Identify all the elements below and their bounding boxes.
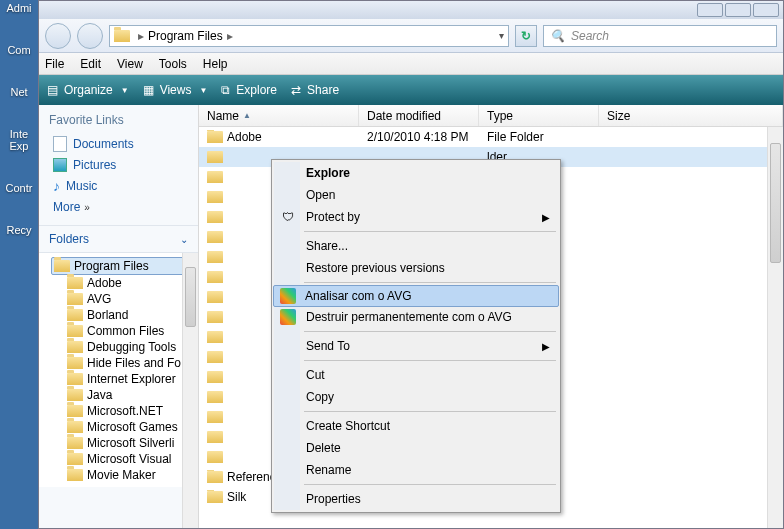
tree-item[interactable]: AVG — [51, 291, 198, 307]
tree-label: Adobe — [87, 276, 122, 290]
context-item[interactable]: Cut — [274, 364, 558, 386]
main-scrollbar[interactable] — [767, 127, 783, 528]
desktop-icon[interactable]: Com — [0, 44, 38, 56]
table-row[interactable]: Adobe2/10/2010 4:18 PMFile Folder — [199, 127, 783, 147]
menu-view[interactable]: View — [117, 57, 143, 71]
folder-icon — [207, 451, 223, 463]
views-icon: ▦ — [143, 83, 154, 97]
context-item[interactable]: Share... — [274, 235, 558, 257]
file-date: 2/10/2010 4:18 PM — [359, 130, 479, 144]
folders-header[interactable]: Folders ⌄ — [39, 226, 198, 253]
breadcrumb-segment[interactable]: Program Files — [148, 29, 223, 43]
chevron-down-icon: » — [84, 202, 90, 213]
tree-item[interactable]: Java — [51, 387, 198, 403]
menu-tools[interactable]: Tools — [159, 57, 187, 71]
fav-music[interactable]: ♪Music — [49, 175, 188, 197]
views-label: Views — [160, 83, 192, 97]
close-button[interactable] — [753, 3, 779, 17]
tree-label: Program Files — [74, 259, 149, 273]
desktop-icon[interactable]: Inte Exp — [0, 128, 38, 152]
col-type[interactable]: Type — [479, 105, 599, 126]
desktop-icon[interactable]: Contr — [0, 182, 38, 194]
tree-item[interactable]: Hide Files and Fo — [51, 355, 198, 371]
context-label: Send To — [306, 339, 350, 353]
folder-icon — [67, 437, 83, 449]
tree-item[interactable]: Microsoft.NET — [51, 403, 198, 419]
context-item[interactable]: 🛡Protect by▶ — [274, 206, 558, 228]
context-label: Properties — [306, 492, 361, 506]
context-label: Open — [306, 188, 335, 202]
views-button[interactable]: ▦ Views ▼ — [143, 83, 208, 97]
scroll-thumb[interactable] — [185, 267, 196, 327]
tree-item[interactable]: Movie Maker — [51, 467, 198, 483]
context-item[interactable]: Rename — [274, 459, 558, 481]
context-label: Rename — [306, 463, 351, 477]
context-item[interactable]: Properties — [274, 488, 558, 510]
explore-button[interactable]: ⧉ Explore — [221, 83, 277, 97]
folder-icon — [207, 491, 223, 503]
avg-icon — [280, 309, 296, 325]
breadcrumb-sep: ▸ — [138, 29, 144, 43]
context-item[interactable]: Send To▶ — [274, 335, 558, 357]
search-box[interactable]: 🔍 Search — [543, 25, 777, 47]
tree-root[interactable]: Program Files — [51, 257, 198, 275]
forward-button[interactable] — [77, 23, 103, 49]
context-item[interactable]: Analisar com o AVG — [273, 285, 559, 307]
context-item[interactable]: Destruir permanentemente com o AVG — [274, 306, 558, 328]
context-item[interactable]: Create Shortcut — [274, 415, 558, 437]
tree-item[interactable]: Borland — [51, 307, 198, 323]
tree-label: Movie Maker — [87, 468, 156, 482]
folder-icon — [207, 251, 223, 263]
favorites-title: Favorite Links — [49, 113, 188, 127]
context-item[interactable]: Delete — [274, 437, 558, 459]
refresh-button[interactable]: ↻ — [515, 25, 537, 47]
share-button[interactable]: ⇄ Share — [291, 83, 339, 97]
address-dropdown-icon[interactable]: ▾ — [499, 30, 504, 41]
back-button[interactable] — [45, 23, 71, 49]
context-separator — [304, 331, 556, 332]
context-separator — [304, 411, 556, 412]
tree-item[interactable]: Microsoft Games — [51, 419, 198, 435]
tree-item[interactable]: Microsoft Visual — [51, 451, 198, 467]
desktop-icon[interactable]: Admi — [0, 2, 38, 14]
col-size[interactable]: Size — [599, 105, 783, 126]
menu-help[interactable]: Help — [203, 57, 228, 71]
desktop-icon[interactable]: Recy — [0, 224, 38, 236]
context-separator — [304, 360, 556, 361]
context-item[interactable]: Restore previous versions — [274, 257, 558, 279]
folder-icon — [67, 277, 83, 289]
chevron-down-icon: ⌄ — [180, 234, 188, 245]
address-bar[interactable]: ▸ Program Files ▸ ▾ — [109, 25, 509, 47]
context-label: Create Shortcut — [306, 419, 390, 433]
tree-item[interactable]: Common Files — [51, 323, 198, 339]
col-name[interactable]: Name▲ — [199, 105, 359, 126]
minimize-button[interactable] — [697, 3, 723, 17]
tree-item[interactable]: Adobe — [51, 275, 198, 291]
menu-edit[interactable]: Edit — [80, 57, 101, 71]
context-item[interactable]: Explore — [274, 162, 558, 184]
menu-file[interactable]: File — [45, 57, 64, 71]
desktop-icon[interactable]: Net — [0, 86, 38, 98]
fav-documents[interactable]: Documents — [49, 133, 188, 155]
scroll-thumb[interactable] — [770, 143, 781, 263]
context-item[interactable]: Copy — [274, 386, 558, 408]
maximize-button[interactable] — [725, 3, 751, 17]
context-item[interactable]: Open — [274, 184, 558, 206]
fav-label: Music — [66, 179, 97, 193]
folder-icon — [207, 151, 223, 163]
col-date[interactable]: Date modified — [359, 105, 479, 126]
tree-item[interactable]: Debugging Tools — [51, 339, 198, 355]
tree-scrollbar[interactable] — [182, 253, 198, 528]
fav-more[interactable]: More» — [49, 197, 188, 217]
tree-item[interactable]: Microsoft Silverli — [51, 435, 198, 451]
tree-label: Debugging Tools — [87, 340, 176, 354]
tree-item[interactable]: Internet Explorer — [51, 371, 198, 387]
fav-label: Documents — [73, 137, 134, 151]
column-headers: Name▲ Date modified Type Size — [199, 105, 783, 127]
search-icon: 🔍 — [550, 29, 565, 43]
organize-button[interactable]: ▤ Organize ▼ — [47, 83, 129, 97]
tree-label: Internet Explorer — [87, 372, 176, 386]
fav-pictures[interactable]: Pictures — [49, 155, 188, 175]
folder-icon — [67, 469, 83, 481]
folder-icon — [207, 471, 223, 483]
